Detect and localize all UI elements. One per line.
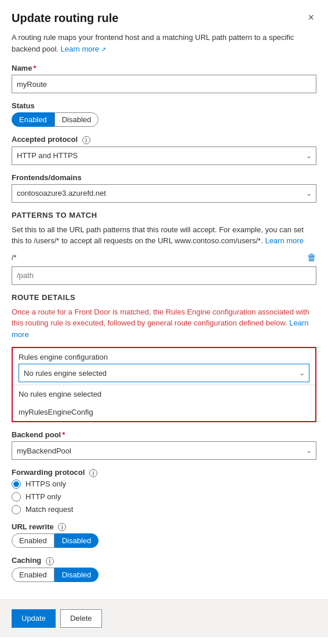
forwarding-http-only[interactable]: HTTP only xyxy=(12,492,316,502)
rules-engine-label: Rules engine configuration xyxy=(13,348,315,364)
forwarding-label: Forwarding protocol i xyxy=(12,468,316,477)
url-rewrite-toggle-group: Enabled Disabled xyxy=(12,533,316,548)
route-description: Once a route for a Front Door is matched… xyxy=(12,306,316,341)
route-details-section: ROUTE DETAILS Once a route for a Front D… xyxy=(12,293,316,423)
status-disabled-button[interactable]: Disabled xyxy=(54,112,99,127)
forwarding-info-icon[interactable]: i xyxy=(89,469,97,477)
forwarding-field-group: Forwarding protocol i HTTPS only HTTP on… xyxy=(12,468,316,514)
rules-engine-dropdown-list: No rules engine selected myRulesEngineCo… xyxy=(13,385,315,421)
backend-label: Backend pool* xyxy=(12,430,316,439)
patterns-description: Set this to all the URL path patterns th… xyxy=(12,224,316,247)
caching-toggle-group: Enabled Disabled xyxy=(12,568,316,582)
dropdown-item-no-rules[interactable]: No rules engine selected xyxy=(13,385,315,403)
caching-label: Caching i xyxy=(12,556,316,565)
protocol-field-group: Accepted protocol i HTTP and HTTPS HTTPS… xyxy=(12,135,316,165)
caching-disabled-button[interactable]: Disabled xyxy=(54,568,99,582)
patterns-learn-more-link[interactable]: Learn more xyxy=(265,236,303,245)
rules-engine-select[interactable]: No rules engine selected myRulesEngineCo… xyxy=(19,364,309,382)
url-rewrite-label: URL rewrite i xyxy=(12,522,316,532)
caching-enabled-button[interactable]: Enabled xyxy=(12,568,54,582)
panel-title: Update routing rule xyxy=(12,12,118,25)
frontends-field-group: Frontends/domains contosoazure3.azurefd.… xyxy=(12,173,316,203)
backend-select-wrapper: myBackendPool ⌄ xyxy=(12,441,316,460)
description-learn-more-link[interactable]: Learn more xyxy=(61,45,107,53)
delete-pattern-icon[interactable]: 🗑 xyxy=(307,253,316,263)
close-button[interactable]: × xyxy=(305,12,316,24)
url-rewrite-info-icon[interactable]: i xyxy=(58,523,66,531)
route-section-header: ROUTE DETAILS xyxy=(12,293,316,302)
name-label: Name* xyxy=(12,64,316,72)
frontends-label: Frontends/domains xyxy=(12,173,316,182)
update-routing-rule-panel: Update routing rule × A routing rule map… xyxy=(0,0,328,637)
status-toggle-group: Enabled Disabled xyxy=(12,112,316,127)
patterns-section: PATTERNS TO MATCH Set this to all the UR… xyxy=(12,211,316,285)
frontends-select-wrapper: contosoazure3.azurefd.net ⌄ xyxy=(12,184,316,203)
protocol-select-wrapper: HTTP and HTTPS HTTPS only HTTP only ⌄ xyxy=(12,147,316,165)
status-label: Status xyxy=(12,101,316,110)
spacer xyxy=(12,590,316,599)
status-enabled-button[interactable]: Enabled xyxy=(12,112,54,127)
dropdown-item-my-rules[interactable]: myRulesEngineConfig xyxy=(13,403,315,421)
backend-select[interactable]: myBackendPool xyxy=(12,441,316,460)
rules-engine-box: Rules engine configuration No rules engi… xyxy=(12,347,316,422)
protocol-select[interactable]: HTTP and HTTPS HTTPS only HTTP only xyxy=(12,147,316,165)
pattern-value: /* xyxy=(12,253,303,262)
name-input[interactable] xyxy=(12,75,316,93)
caching-field-group: Caching i Enabled Disabled xyxy=(12,556,316,582)
url-rewrite-field-group: URL rewrite i Enabled Disabled xyxy=(12,522,316,548)
forwarding-https-radio[interactable] xyxy=(12,480,21,489)
frontends-select[interactable]: contosoazure3.azurefd.net xyxy=(12,184,316,203)
url-rewrite-enabled-button[interactable]: Enabled xyxy=(12,533,54,548)
footer: Update Delete xyxy=(0,600,328,637)
name-field-group: Name* xyxy=(12,64,316,93)
pattern-row: /* 🗑 xyxy=(12,253,316,263)
caching-info-icon[interactable]: i xyxy=(46,557,54,565)
protocol-label: Accepted protocol i xyxy=(12,135,316,144)
forwarding-radio-group: HTTPS only HTTP only Match request xyxy=(12,480,316,514)
forwarding-match-radio[interactable] xyxy=(12,505,21,514)
forwarding-http-radio[interactable] xyxy=(12,492,21,502)
status-field-group: Status Enabled Disabled xyxy=(12,101,316,127)
protocol-info-icon[interactable]: i xyxy=(82,136,90,144)
forwarding-https-only[interactable]: HTTPS only xyxy=(12,480,316,489)
url-rewrite-disabled-button[interactable]: Disabled xyxy=(54,533,99,548)
backend-field-group: Backend pool* myBackendPool ⌄ xyxy=(12,430,316,460)
panel-header: Update routing rule × xyxy=(12,12,316,25)
forwarding-match-request[interactable]: Match request xyxy=(12,505,316,514)
patterns-section-header: PATTERNS TO MATCH xyxy=(12,211,316,219)
pattern-input[interactable] xyxy=(12,266,316,285)
rules-engine-select-wrapper: No rules engine selected myRulesEngineCo… xyxy=(19,364,309,382)
panel-description: A routing rule maps your frontend host a… xyxy=(12,32,316,54)
update-button[interactable]: Update xyxy=(12,609,56,628)
delete-button[interactable]: Delete xyxy=(60,609,102,628)
